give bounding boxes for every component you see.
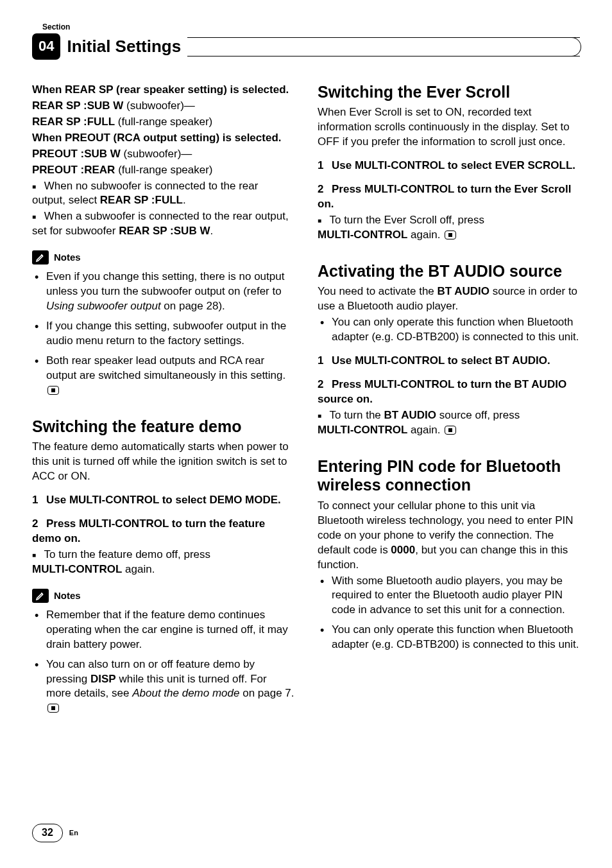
demo-substep: To turn the feature demo off, press MULT… bbox=[32, 548, 294, 577]
preout-sub: PREOUT :SUB W (subwoofer)— bbox=[32, 147, 294, 162]
chapter-title: Initial Settings bbox=[67, 35, 181, 58]
list-item: Both rear speaker lead outputs and RCA r… bbox=[32, 354, 294, 398]
rear-sp-heading: When REAR SP (rear speaker setting) is s… bbox=[32, 83, 294, 98]
section-end-icon bbox=[445, 230, 456, 239]
preout-heading: When PREOUT (RCA output setting) is sele… bbox=[32, 131, 294, 146]
chapter-header: 04 Initial Settings bbox=[32, 33, 580, 60]
heading-ever-scroll: Switching the Ever Scroll bbox=[318, 83, 580, 102]
left-column: When REAR SP (rear speaker setting) is s… bbox=[32, 83, 294, 721]
pin-intro: To connect your cellular phone to this u… bbox=[318, 499, 580, 573]
preout-rear: PREOUT :REAR (full-range speaker) bbox=[32, 163, 294, 178]
subwoofer-note-2: When a subwoofer is connected to the rea… bbox=[32, 209, 294, 239]
bt-step-2: 2Press MULTI-CONTROL to turn the BT AUDI… bbox=[318, 378, 580, 407]
list-item: With some Bluetooth audio players, you m… bbox=[318, 574, 580, 618]
page-footer: 32 En bbox=[32, 824, 78, 842]
section-label: Section bbox=[42, 22, 580, 32]
section-end-icon bbox=[445, 426, 456, 435]
ever-intro: When Ever Scroll is set to ON, recorded … bbox=[318, 105, 580, 150]
notes-header-2: Notes bbox=[32, 589, 294, 603]
subwoofer-note-1: When no subwoofer is connected to the re… bbox=[32, 179, 294, 209]
ever-step-1: 1Use MULTI-CONTROL to select EVER SCROLL… bbox=[318, 159, 580, 173]
pencil-icon bbox=[32, 250, 49, 265]
rear-sp-full: REAR SP :FULL (full-range speaker) bbox=[32, 115, 294, 130]
page-number: 32 bbox=[32, 824, 63, 842]
pin-bullet-list: With some Bluetooth audio players, you m… bbox=[318, 574, 580, 653]
heading-pin: Entering PIN code for Bluetooth wireless… bbox=[318, 457, 580, 495]
list-item: You can also turn on or off feature demo… bbox=[32, 657, 294, 716]
bt-bullet-list: You can only operate this function when … bbox=[318, 315, 580, 345]
section-end-icon bbox=[47, 386, 59, 395]
bt-intro: You need to activate the BT AUDIO source… bbox=[318, 284, 580, 314]
language-label: En bbox=[69, 828, 78, 838]
rear-sp-sub: REAR SP :SUB W (subwoofer)— bbox=[32, 99, 294, 114]
bt-substep: To turn the BT AUDIO source off, press M… bbox=[318, 408, 580, 438]
ever-substep: To turn the Ever Scroll off, press MULTI… bbox=[318, 213, 580, 243]
notes-header: Notes bbox=[32, 250, 294, 265]
notes-label: Notes bbox=[54, 251, 81, 264]
demo-notes-list: Remember that if the feature demo contin… bbox=[32, 608, 294, 716]
heading-bt-audio: Activating the BT AUDIO source bbox=[318, 262, 580, 281]
list-item: You can only operate this function when … bbox=[318, 623, 580, 652]
list-item: Even if you change this setting, there i… bbox=[32, 270, 294, 314]
demo-intro: The feature demo automatically starts wh… bbox=[32, 440, 294, 484]
notes-list: Even if you change this setting, there i… bbox=[32, 270, 294, 398]
notes-label: Notes bbox=[54, 589, 81, 602]
pencil-icon bbox=[32, 589, 49, 603]
section-number-badge: 04 bbox=[32, 33, 60, 60]
list-item: If you change this setting, subwoofer ou… bbox=[32, 319, 294, 349]
bt-step-1: 1Use MULTI-CONTROL to select BT AUDIO. bbox=[318, 354, 580, 369]
demo-step-1: 1Use MULTI-CONTROL to select DEMO MODE. bbox=[32, 493, 294, 508]
list-item: Remember that if the feature demo contin… bbox=[32, 608, 294, 652]
right-column: Switching the Ever Scroll When Ever Scro… bbox=[318, 83, 580, 721]
section-end-icon bbox=[47, 704, 59, 713]
header-rule bbox=[187, 36, 580, 58]
ever-step-2: 2Press MULTI-CONTROL to turn the Ever Sc… bbox=[318, 182, 580, 212]
demo-step-2: 2Press MULTI-CONTROL to turn the feature… bbox=[32, 517, 294, 546]
list-item: You can only operate this function when … bbox=[318, 315, 580, 345]
heading-feature-demo: Switching the feature demo bbox=[32, 417, 294, 437]
